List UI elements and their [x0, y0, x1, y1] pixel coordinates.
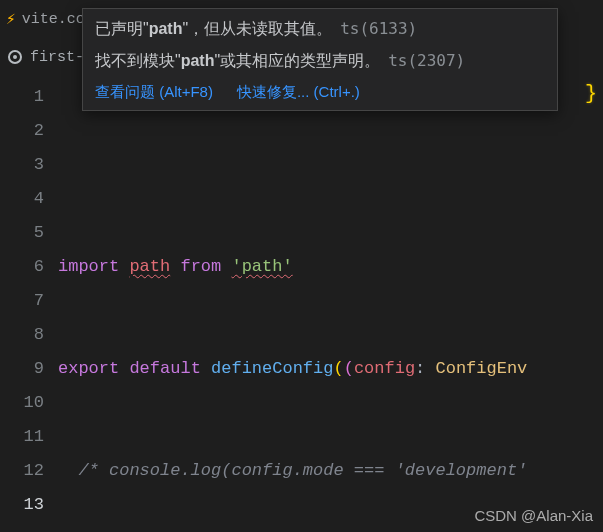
code-area[interactable]: import path from 'path' export default d… [58, 76, 603, 532]
view-problem-link[interactable]: 查看问题 (Alt+F8) [95, 81, 213, 104]
line-number: 7 [0, 284, 44, 318]
line-gutter: 1 2 3 4 5 6 7 8 9 10 11 12 13 [0, 76, 58, 532]
line-number: 5 [0, 216, 44, 250]
diagnostic-message: 已声明"path"，但从未读取其值。ts(6133) [95, 17, 545, 41]
line-number: 2 [0, 114, 44, 148]
watermark: CSDN @Alan-Xia [474, 507, 593, 524]
diagnostic-actions: 查看问题 (Alt+F8) 快速修复... (Ctrl+.) [95, 81, 545, 104]
code-editor[interactable]: 1 2 3 4 5 6 7 8 9 10 11 12 13 import pat… [0, 76, 603, 532]
line-number: 13 [0, 488, 44, 522]
minimap-overflow-brace: } [585, 82, 597, 105]
code-line[interactable] [58, 148, 603, 182]
quick-fix-link[interactable]: 快速修复... (Ctrl+.) [237, 81, 360, 104]
diagnostic-hover: 已声明"path"，但从未读取其值。ts(6133) 找不到模块"path"或其… [82, 8, 558, 111]
code-line[interactable]: import path from 'path' [58, 250, 603, 284]
line-number: 6 [0, 250, 44, 284]
line-number: 1 [0, 80, 44, 114]
symbol-icon [8, 50, 22, 64]
line-number: 10 [0, 386, 44, 420]
code-line[interactable]: /* console.log(config.mode === 'developm… [58, 454, 603, 488]
line-number: 3 [0, 148, 44, 182]
vite-icon: ⚡ [6, 9, 16, 29]
line-number: 11 [0, 420, 44, 454]
line-number: 12 [0, 454, 44, 488]
code-line[interactable]: export default defineConfig((config: Con… [58, 352, 603, 386]
tab-label[interactable]: vite.co [22, 11, 85, 28]
line-number: 4 [0, 182, 44, 216]
line-number: 8 [0, 318, 44, 352]
diagnostic-message: 找不到模块"path"或其相应的类型声明。ts(2307) [95, 49, 545, 73]
line-number: 9 [0, 352, 44, 386]
